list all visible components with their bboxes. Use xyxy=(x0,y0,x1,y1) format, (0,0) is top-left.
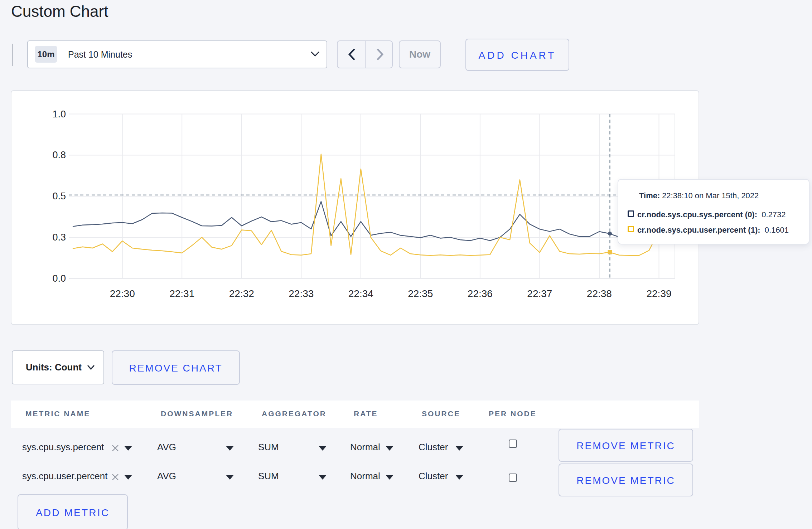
svg-text:1.0: 1.0 xyxy=(52,109,66,120)
svg-text:22:39: 22:39 xyxy=(646,288,671,299)
svg-text:22:30: 22:30 xyxy=(110,288,135,299)
svg-text:22:37: 22:37 xyxy=(527,288,552,299)
svg-text:22:32: 22:32 xyxy=(229,288,254,299)
svg-text:22:31: 22:31 xyxy=(169,288,194,299)
svg-text:0.3: 0.3 xyxy=(52,232,66,243)
svg-text:0.8: 0.8 xyxy=(52,150,66,160)
svg-text:22:33: 22:33 xyxy=(289,288,314,299)
svg-text:22:35: 22:35 xyxy=(408,288,433,299)
svg-text:22:36: 22:36 xyxy=(468,288,493,299)
svg-text:22:34: 22:34 xyxy=(348,288,373,299)
svg-text:0.5: 0.5 xyxy=(52,191,66,202)
svg-text:22:38: 22:38 xyxy=(587,288,612,299)
svg-text:0.0: 0.0 xyxy=(52,273,66,284)
